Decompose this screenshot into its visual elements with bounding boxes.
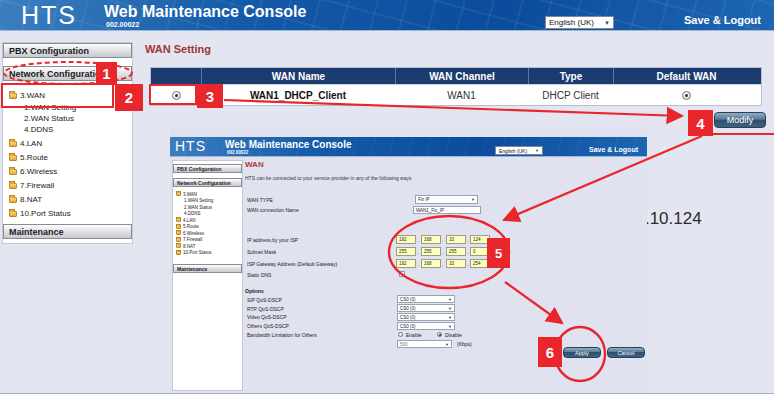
gw-octet-1: 192 (396, 259, 416, 268)
inset-version-label: 002.00022 (227, 150, 248, 155)
static-dns-label: Static DNS (247, 272, 271, 278)
folder-icon (176, 238, 181, 242)
wan-table: WAN Name WAN Channel Type Default WAN WA… (150, 67, 762, 106)
sidebar-item-maintenance[interactable]: Maintenance (3, 224, 132, 239)
folder-icon (176, 244, 181, 248)
folder-icon (176, 218, 181, 222)
wan-channel-value: WAN1 (395, 85, 528, 105)
sidebar-item-label: 8.NAT (20, 195, 42, 204)
wan-table-header: WAN Name WAN Channel Type Default WAN (151, 68, 761, 84)
col-wan-channel: WAN Channel (395, 68, 528, 84)
bandwidth-unit: (Kbps) (457, 341, 472, 347)
wan-type-select: Fix IP▼ (415, 195, 478, 204)
app-header: HTS Web Maintenance Console 002.00022 En… (0, 0, 774, 31)
sidebar-item-nat[interactable]: 8.NAT (9, 194, 132, 205)
page: HTS Web Maintenance Console 002.00022 En… (0, 0, 774, 400)
folder-icon (176, 231, 181, 235)
folder-icon (9, 211, 17, 217)
wan-name-input: WAN1_Fix_IP (413, 206, 481, 214)
wan-type-label: WAN TYPE (247, 197, 273, 203)
folder-icon (9, 183, 17, 189)
sidebar-item-label: 5.Route (20, 153, 48, 162)
annotation-rect-radio-cell (149, 84, 197, 105)
bandwidth-select: 500▼ (397, 340, 452, 348)
sidebar-item-ddns[interactable]: 4.DDNS (9, 124, 132, 134)
sidebar-item-lan[interactable]: 4.LAN (9, 138, 132, 149)
annotation-rect-wan-items (1, 83, 114, 108)
static-dns-checkbox (399, 271, 405, 277)
inset-hts-logo: HTS (175, 138, 206, 154)
others-qos-select: CS0 (0)▼ (397, 322, 455, 330)
apply-button: Apply (563, 347, 601, 358)
col-select (151, 68, 201, 84)
inset-language-select: English (UK) ▼ (495, 146, 543, 155)
version-label: 002.00022 (106, 21, 139, 28)
step-marker-5: 5 (487, 238, 510, 268)
mask-octet-2: 255 (421, 247, 441, 256)
wan-name-value: WAN1_DHCP_Client (201, 85, 395, 105)
console-title: Web Maintenance Console (104, 3, 306, 21)
folder-icon (9, 141, 17, 147)
video-qos-select: CS0 (0)▼ (397, 313, 455, 321)
step-marker-6: 6 (538, 337, 562, 367)
language-select[interactable]: English (UK) ▼ (545, 16, 614, 29)
inset-tree-item: 10.Port Status (176, 250, 242, 257)
folder-icon (9, 155, 17, 161)
rtp-qos-select: CS0 (0)▼ (397, 304, 455, 312)
others-qos-label: Others QoS-DSCP (247, 323, 289, 329)
inset-screenshot: HTS Web Maintenance Console 002.00022 En… (170, 127, 647, 393)
col-wan-name: WAN Name (201, 68, 395, 84)
subnet-mask-label: Subnet Mask (247, 249, 276, 255)
sidebar-item-label: 7.Firewall (20, 181, 54, 190)
language-value: English (UK) (549, 18, 594, 27)
inset-save-logout: Save & Logout (589, 146, 638, 153)
enable-label: Enable (406, 332, 422, 338)
step-marker-2: 2 (115, 84, 143, 111)
default-wan-radio[interactable] (682, 91, 691, 100)
ip-address-label: IP address,by your ISP (247, 237, 298, 243)
wan-type-value: DHCP Client (528, 85, 613, 105)
chevron-down-icon: ▼ (604, 20, 610, 26)
disable-radio (437, 332, 442, 337)
folder-icon (176, 225, 181, 229)
inset-sidebar-tree: 3.WAN 1.WAN Setting 2.WAN Status 4.DDNS … (173, 189, 242, 258)
options-label: Options (245, 288, 264, 294)
inset-header: HTS Web Maintenance Console 002.00022 (170, 137, 647, 157)
page-bottom-strip (0, 394, 774, 400)
folder-icon (9, 169, 17, 175)
col-default-wan: Default WAN (613, 68, 759, 84)
sidebar-item-label: 10.Port Status (20, 209, 71, 218)
step-marker-1: 1 (96, 62, 117, 85)
ip-octet-1: 192 (396, 235, 416, 244)
sip-qos-select: CS0 (0)▼ (397, 295, 455, 303)
sidebar-item-port-status[interactable]: 10.Port Status (9, 208, 132, 219)
mask-octet-3: 255 (446, 247, 466, 256)
sidebar-item-label: 4.DDNS (24, 125, 53, 134)
gw-octet-3: 10 (446, 259, 466, 268)
save-logout-button[interactable]: Save & Logout (684, 14, 761, 26)
step-marker-4: 4 (688, 110, 713, 136)
sidebar-item-pbx-configuration[interactable]: PBX Configuration (3, 43, 132, 58)
page-title: WAN Setting (145, 43, 211, 55)
inset-language-value: English (UK) (499, 148, 527, 154)
sidebar-item-firewall[interactable]: 7.Firewall (9, 180, 132, 191)
inset-sidebar-network: Network Configuration (173, 178, 242, 187)
sidebar-item-wireless[interactable]: 6.Wireless (9, 166, 132, 177)
inset-sidebar-maintenance: Maintenance (173, 264, 242, 273)
chevron-down-icon: ▼ (471, 197, 475, 202)
modify-button[interactable]: Modify (714, 112, 766, 128)
video-qos-label: Video QoS-DSCP (247, 314, 287, 320)
table-row: WAN1_DHCP_Client WAN1 DHCP Client (151, 84, 761, 105)
step-marker-3: 3 (197, 84, 223, 108)
disable-label: Disable (445, 332, 462, 338)
inset-sidebar-pbx: PBX Configuration (173, 164, 242, 173)
inset-sidebar: PBX Configuration Network Configuration … (172, 160, 243, 391)
chevron-down-icon: ▼ (535, 148, 539, 153)
bandwidth-label: Bandwidth Limitation for Others (247, 332, 317, 338)
gw-octet-2: 168 (421, 259, 441, 268)
sidebar-item-wan-status[interactable]: 2.WAN Status (9, 113, 132, 123)
sidebar-item-route[interactable]: 5.Route (9, 152, 132, 163)
cancel-button: Cancel (607, 347, 645, 358)
sidebar-item-label: 6.Wireless (20, 167, 57, 176)
folder-icon (176, 192, 181, 196)
